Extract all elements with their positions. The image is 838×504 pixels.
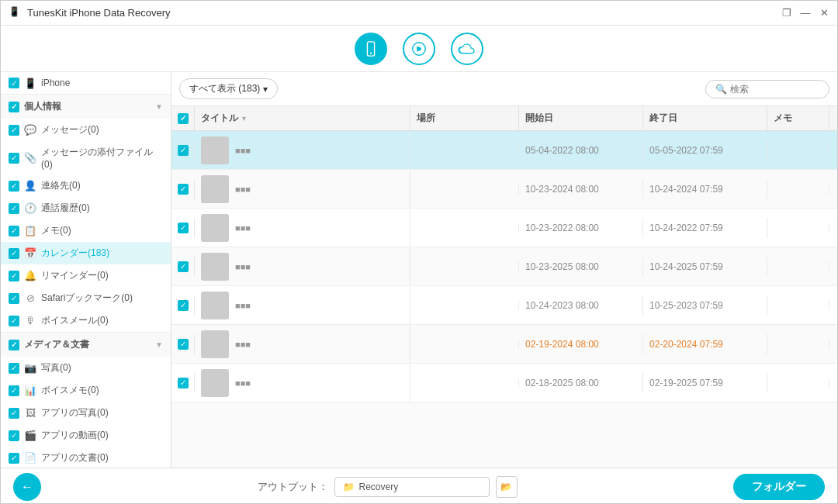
table-row[interactable]: ■■■ 02-19-2024 08:00 02-20-2024 07:59	[171, 325, 837, 364]
sidebar-item-voicememo[interactable]: 📊 ボイスメモ(0)	[1, 379, 171, 402]
row-enddate: 10-24-2025 07:59	[643, 257, 767, 277]
messages-label: メッセージ(0)	[41, 123, 163, 136]
table-row[interactable]: ■■■ 05-04-2022 08:00 05-05-2022 07:59	[171, 131, 837, 170]
folder-icon: 📁	[343, 482, 355, 492]
row-location	[410, 223, 519, 233]
row-checkbox[interactable]	[178, 184, 189, 195]
safari-checkbox[interactable]	[9, 293, 19, 304]
sidebar-item-appdoc[interactable]: 📄 アプリの文書(0)	[1, 447, 171, 468]
sidebar-item-messages[interactable]: 💬 メッセージ(0)	[1, 119, 171, 141]
row-title: ■■■	[195, 248, 410, 285]
row-title: ■■■	[195, 364, 410, 402]
sidebar-item-attachments[interactable]: 📎 メッセージの添付ファイル(0)	[1, 141, 171, 174]
select-all-checkbox[interactable]	[178, 113, 189, 124]
row-checkbox[interactable]	[178, 223, 189, 233]
search-input[interactable]	[730, 84, 823, 95]
sidebar-item-appphoto[interactable]: 🖼 アプリの写真(0)	[1, 402, 171, 424]
row-title: ■■■	[195, 287, 410, 324]
restore-button[interactable]: ❐	[781, 8, 792, 19]
col-location-label: 場所	[417, 112, 435, 125]
row-location	[410, 262, 519, 271]
search-icon: 🔍	[715, 84, 727, 95]
browse-folder-button[interactable]: 📂	[496, 476, 518, 498]
voicememo-checkbox[interactable]	[9, 385, 19, 396]
title-thumbnail	[201, 330, 229, 358]
title-text: ■■■	[235, 262, 251, 271]
section-personal-header[interactable]: 個人情報 ▼	[1, 94, 171, 119]
appphoto-label: アプリの写真(0)	[41, 406, 163, 419]
sidebar-device[interactable]: 📱 iPhone	[1, 72, 171, 94]
close-button[interactable]: ✕	[819, 8, 829, 19]
row-checkbox-cell	[171, 179, 195, 199]
row-memo	[767, 146, 829, 155]
title-text: ■■■	[235, 223, 251, 233]
row-enddate: 05-05-2022 07:59	[643, 140, 767, 161]
row-enddate: 02-19-2025 07:59	[643, 373, 767, 393]
nav-device-button[interactable]	[355, 33, 387, 65]
row-checkbox[interactable]	[178, 145, 189, 156]
calendar-checkbox[interactable]	[9, 248, 19, 259]
row-enddate: 10-24-2024 07:59	[643, 179, 767, 199]
col-startdate[interactable]: 開始日	[519, 106, 643, 130]
nav-itunes-button[interactable]	[403, 33, 435, 65]
row-enddate: 10-24-2022 07:59	[643, 218, 767, 238]
notes-icon: 📋	[24, 225, 36, 237]
sidebar-item-photos[interactable]: 📷 写真(0)	[1, 357, 171, 379]
sidebar-item-safari[interactable]: ⊘ Safariブックマーク(0)	[1, 287, 171, 309]
sidebar-item-calendar[interactable]: 📅 カレンダー(183)	[1, 242, 171, 264]
appdoc-checkbox[interactable]	[9, 453, 19, 464]
title-thumbnail	[201, 175, 229, 203]
table-row[interactable]: ■■■ 10-23-2024 08:00 10-24-2024 07:59	[171, 170, 837, 209]
recover-button[interactable]: フォルダー	[733, 474, 825, 500]
back-icon: ←	[21, 480, 33, 494]
calllog-checkbox[interactable]	[9, 203, 19, 214]
row-scroll-stub	[829, 378, 837, 388]
photos-checkbox[interactable]	[9, 363, 19, 374]
table-row[interactable]: ■■■ 10-23-2022 08:00 10-24-2022 07:59	[171, 209, 837, 247]
sidebar-item-appvideo[interactable]: 🎬 アプリの動画(0)	[1, 424, 171, 447]
row-checkbox[interactable]	[178, 300, 189, 311]
calllog-label: 通話履歴(0)	[41, 202, 163, 215]
notes-checkbox[interactable]	[9, 226, 19, 236]
media-checkbox[interactable]	[9, 340, 19, 350]
voicemail-checkbox[interactable]	[9, 316, 19, 326]
attachments-checkbox[interactable]	[9, 153, 19, 164]
sidebar-item-reminders[interactable]: 🔔 リマインダー(0)	[1, 264, 171, 287]
device-checkbox[interactable]	[9, 78, 19, 88]
messages-checkbox[interactable]	[9, 125, 19, 136]
appphoto-checkbox[interactable]	[9, 408, 19, 419]
sidebar-item-voicemail[interactable]: 🎙 ボイスメール(0)	[1, 309, 171, 332]
sidebar: 📱 iPhone 個人情報 ▼ 💬 メッセージ(0) 📎 メッセージの添付ファイ…	[1, 72, 171, 468]
dropdown-arrow-icon: ▾	[263, 84, 268, 95]
col-enddate[interactable]: 終了日	[643, 106, 767, 130]
section-media-header[interactable]: メディア＆文書 ▼	[1, 332, 171, 357]
reminders-checkbox[interactable]	[9, 271, 19, 281]
table-row[interactable]: ■■■ 10-23-2025 08:00 10-24-2025 07:59	[171, 247, 837, 286]
title-thumbnail	[201, 214, 229, 242]
col-location[interactable]: 場所	[410, 106, 519, 130]
media-toggle[interactable]: ▼	[155, 340, 163, 349]
col-title[interactable]: タイトル ▼	[195, 106, 410, 130]
filter-dropdown[interactable]: すべて表示 (183) ▾	[179, 78, 278, 99]
sidebar-item-notes[interactable]: 📋 メモ(0)	[1, 219, 171, 242]
personal-toggle[interactable]: ▼	[155, 102, 163, 111]
nav-icloud-button[interactable]	[451, 33, 483, 65]
sort-icon: ▼	[241, 115, 248, 123]
sidebar-item-contacts[interactable]: 👤 連絡先(0)	[1, 174, 171, 197]
table-row[interactable]: ■■■ 02-18-2025 08:00 02-19-2025 07:59	[171, 364, 837, 402]
personal-checkbox[interactable]	[9, 102, 19, 112]
table-row[interactable]: ■■■ 10-24-2023 08:00 10-25-2023 07:59	[171, 286, 837, 325]
back-button[interactable]: ←	[13, 473, 41, 501]
appdoc-label: アプリの文書(0)	[41, 451, 163, 464]
row-memo	[767, 223, 829, 233]
row-enddate: 02-20-2024 07:59	[643, 334, 767, 354]
row-checkbox[interactable]	[178, 378, 189, 388]
appvideo-checkbox[interactable]	[9, 430, 19, 441]
sidebar-item-calllog[interactable]: 🕐 通話履歴(0)	[1, 197, 171, 219]
row-checkbox[interactable]	[178, 339, 189, 350]
contacts-checkbox[interactable]	[9, 181, 19, 192]
title-bar: 📱 TunesKit iPhone Data Recovery ❐ — ✕	[1, 1, 837, 26]
minimize-button[interactable]: —	[800, 8, 811, 19]
contacts-icon: 👤	[24, 180, 36, 192]
row-checkbox[interactable]	[178, 261, 189, 272]
